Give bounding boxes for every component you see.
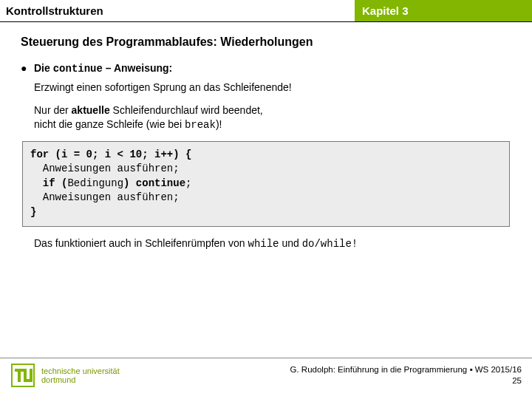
logo-line1: technische universität bbox=[41, 366, 120, 375]
continue-keyword: continue bbox=[53, 63, 103, 75]
footnote-c: und bbox=[279, 237, 302, 249]
page-number: 25 bbox=[290, 375, 522, 386]
code-l3b: Bedingung bbox=[67, 177, 123, 189]
logo-text: technische universität dortmund bbox=[41, 366, 120, 384]
credit: G. Rudolph: Einführung in die Programmie… bbox=[290, 364, 522, 386]
code-l3a: if ( bbox=[30, 177, 67, 189]
code-l3c: ) bbox=[123, 177, 136, 189]
tu-logo-icon bbox=[10, 363, 35, 388]
code-l3e: ; bbox=[185, 177, 191, 189]
logo-line2: dortmund bbox=[41, 375, 120, 384]
bullet-pre: Die bbox=[34, 62, 53, 74]
slide-footer: technische universität dortmund G. Rudol… bbox=[0, 358, 532, 399]
explain-3c: )! bbox=[216, 118, 222, 130]
code-l5: } bbox=[30, 206, 36, 218]
explain-2c: Schleifendurchlauf wird beendet, bbox=[110, 104, 263, 116]
bullet-text: Die continue – Anweisung: bbox=[34, 62, 172, 75]
credit-line1: G. Rudolph: Einführung in die Programmie… bbox=[290, 364, 522, 375]
explain-line-1: Erzwingt einen sofortigen Sprung an das … bbox=[34, 81, 511, 95]
footnote: Das funktioniert auch in Schleifenrümpfe… bbox=[34, 237, 511, 250]
slide-header: Kontrollstrukturen Kapitel 3 bbox=[0, 0, 532, 22]
while-keyword: while bbox=[248, 238, 279, 250]
code-continue: continue bbox=[136, 177, 185, 189]
explain-block-2: Nur der aktuelle Schleifendurchlauf wird… bbox=[34, 103, 511, 132]
explain-2a: Nur der bbox=[34, 104, 72, 116]
code-l2: Anweisungen ausführen; bbox=[30, 163, 180, 174]
explain-3a: nicht die ganze Schleife (wie bei bbox=[34, 118, 185, 130]
code-l1: for (i = 0; i < 10; i++) { bbox=[30, 149, 191, 160]
svg-rect-2 bbox=[18, 369, 21, 382]
svg-rect-3 bbox=[24, 369, 27, 379]
header-chapter: Kapitel 3 bbox=[355, 0, 532, 21]
break-keyword: break bbox=[185, 119, 216, 131]
explain-2b-bold: aktuelle bbox=[72, 104, 110, 116]
section-title: Steuerung des Programmablaufes: Wiederho… bbox=[21, 35, 511, 49]
code-example: for (i = 0; i < 10; i++) { Anweisungen a… bbox=[22, 141, 510, 227]
slide-content: Steuerung des Programmablaufes: Wiederho… bbox=[0, 22, 532, 250]
university-logo: technische universität dortmund bbox=[10, 363, 120, 388]
bullet-post: – Anweisung: bbox=[103, 62, 172, 74]
bullet-marker: ● bbox=[21, 62, 34, 74]
dowhile-keyword: do/while! bbox=[302, 238, 358, 250]
header-topic: Kontrollstrukturen bbox=[0, 0, 355, 21]
footnote-a: Das funktioniert auch in Schleifenrümpfe… bbox=[34, 237, 248, 249]
bullet-item: ● Die continue – Anweisung: bbox=[21, 62, 511, 75]
svg-rect-5 bbox=[24, 379, 33, 382]
code-l4: Anweisungen ausführen; bbox=[30, 191, 180, 203]
svg-rect-4 bbox=[30, 369, 33, 379]
